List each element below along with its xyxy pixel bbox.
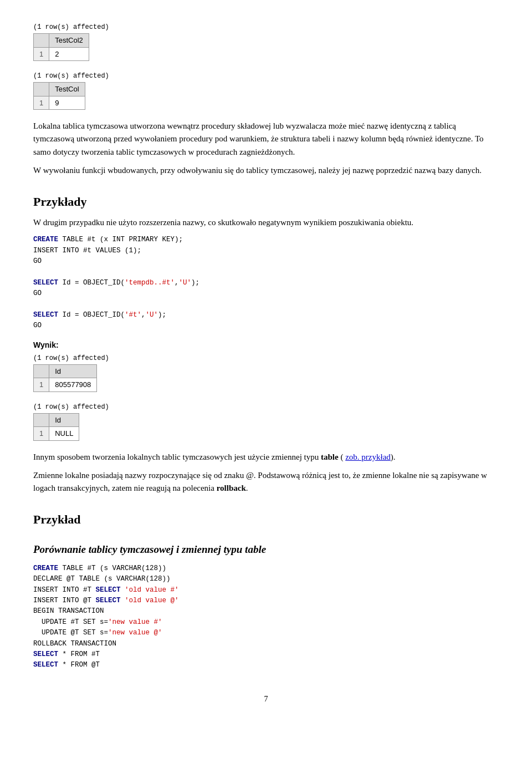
wynik-result-block-1: (1 row(s) affected) Id 1 805577908	[33, 353, 499, 392]
intro-paragraph2: W wywołaniu funkcji wbudowanych, przy od…	[33, 164, 499, 177]
bold-table: table	[321, 452, 339, 461]
wynik-cell-value-2: NULL	[49, 427, 79, 441]
para-table-var: Innym sposobem tworzenia lokalnych tabli…	[33, 451, 499, 464]
wynik-cell-value-1: 805577908	[49, 378, 97, 392]
table-row: 1 805577908	[34, 378, 97, 392]
wynik-result-block-2: (1 row(s) affected) Id 1 NULL	[33, 402, 499, 441]
cell-value-1: 2	[49, 47, 89, 61]
intro-paragraph: Lokalna tablica tymczasowa utworzona wew…	[33, 120, 499, 159]
col-header-testcol2: TestCol2	[49, 34, 89, 48]
result-table-1: TestCol2 1 2	[33, 33, 89, 61]
result-block-1: (1 row(s) affected) TestCol2 1 2	[33, 22, 499, 61]
affected-label-2: (1 row(s) affected)	[33, 71, 499, 81]
examples-intro: W drugim przypadku nie użyto rozszerzeni…	[33, 216, 499, 229]
code-block-1: CREATE TABLE #t (x INT PRIMARY KEY); INS…	[33, 235, 499, 331]
col-header-testcol: TestCol	[49, 83, 85, 96]
wynik-affected-1: (1 row(s) affected)	[33, 353, 499, 363]
examples-heading: Przykłady	[33, 192, 499, 211]
table-row: 1 2	[34, 47, 89, 61]
wynik-row-num-1: 1	[34, 378, 49, 392]
page-number: 7	[33, 693, 499, 705]
wynik-affected-2: (1 row(s) affected)	[33, 402, 499, 412]
wynik-row-num-header-1	[34, 364, 49, 378]
bold-rollback: rollback	[217, 484, 246, 492]
affected-label-1: (1 row(s) affected)	[33, 22, 499, 32]
para-local-var: Zmienne lokalne posiadają nazwy rozpoczy…	[33, 469, 499, 495]
przyklad-heading: Przykład	[33, 510, 499, 528]
result-block-2: (1 row(s) affected) TestCol 1 9	[33, 71, 499, 110]
row-num-1: 1	[34, 47, 49, 61]
cell-value-2: 9	[49, 96, 85, 110]
result-table-2: TestCol 1 9	[33, 82, 85, 110]
wynik-col-header-id-1: Id	[49, 364, 97, 378]
wynik-row-num-2: 1	[34, 427, 49, 441]
table-row: 1 9	[34, 96, 85, 110]
link-przyklad[interactable]: zob. przykład	[345, 452, 391, 461]
wynik-col-header-id-2: Id	[49, 413, 79, 427]
row-num-header-1	[34, 34, 49, 48]
comparison-heading: Porównanie tablicy tymczasowej i zmienne…	[33, 542, 499, 558]
table-row: 1 NULL	[34, 427, 79, 441]
wynik-table-1: Id 1 805577908	[33, 364, 97, 392]
row-num-header-2	[34, 83, 49, 96]
wynik-row-num-header-2	[34, 413, 49, 427]
wynik-label: Wynik:	[33, 339, 499, 351]
wynik-table-2: Id 1 NULL	[33, 413, 79, 441]
code-block-2: CREATE TABLE #T (s VARCHAR(128)) DECLARE…	[33, 563, 499, 671]
row-num-2: 1	[34, 96, 49, 110]
